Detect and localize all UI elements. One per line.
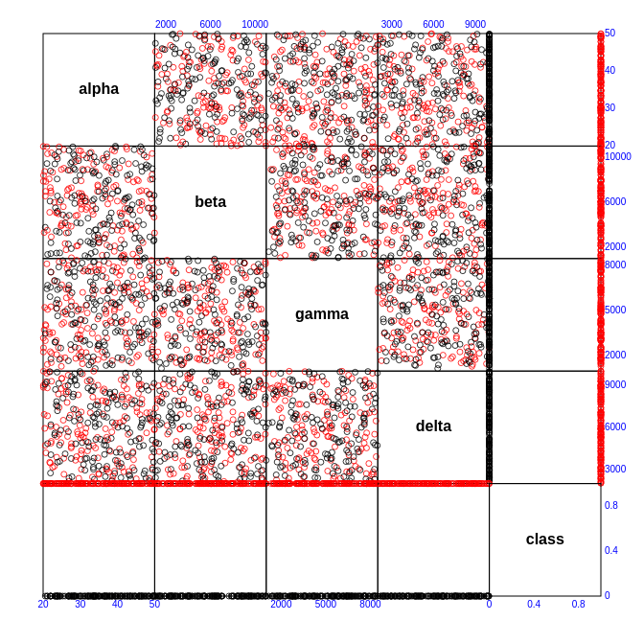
pairs-plot (0, 0, 644, 644)
